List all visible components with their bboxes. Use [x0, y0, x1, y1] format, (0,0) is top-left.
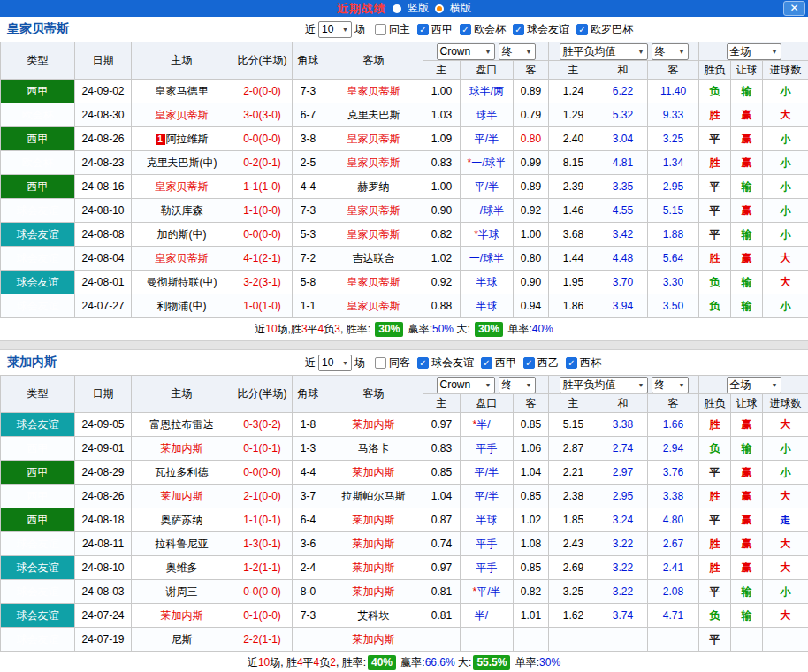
league-filter-checkbox[interactable]: ✓球会友谊: [513, 22, 569, 37]
score: 4-1(2-1): [232, 247, 293, 271]
bookmaker-select[interactable]: Crown▼: [437, 377, 495, 393]
corners: 4-4: [293, 461, 324, 485]
result: 胜: [699, 532, 731, 556]
summary-segment: 3: [334, 323, 340, 335]
home-odds: 1.00: [423, 175, 461, 199]
away-odds: 0.80: [514, 127, 549, 151]
match-count-select-value: 10: [322, 23, 333, 35]
handicap: *半球: [461, 223, 514, 247]
checkbox-icon[interactable]: ✓: [417, 24, 429, 35]
home-odds: 0.83: [423, 151, 461, 175]
home-team: 拉科鲁尼亚: [132, 532, 232, 556]
subcolumn-header: 胜负: [699, 61, 731, 80]
score: 0-0(0-0): [232, 223, 293, 247]
checkbox-icon[interactable]: ✓: [523, 357, 535, 369]
checkbox-icon[interactable]: [375, 357, 386, 369]
league-filter-checkbox[interactable]: ✓欧罗巴杯: [576, 22, 633, 37]
odds-final-select[interactable]: 终▼: [499, 377, 536, 393]
scope-select[interactable]: 全场▼: [727, 377, 781, 393]
checkbox-icon[interactable]: ✓: [513, 24, 524, 35]
checkbox-icon[interactable]: ✓: [417, 357, 429, 369]
avg-home: 2.38: [549, 485, 598, 508]
close-button[interactable]: ✕: [783, 1, 805, 16]
scope-select-value: 全场: [730, 44, 751, 59]
league-type: 欧会杯: [1, 151, 75, 175]
league-type: 西甲: [1, 127, 75, 151]
chevron-down-icon: ▼: [342, 360, 348, 366]
home-odds: 0.97: [423, 556, 461, 580]
avg-group-header: 胜平负均值▼终▼: [549, 376, 699, 394]
checkbox-icon[interactable]: [375, 24, 386, 35]
league-filter-checkbox[interactable]: ✓西甲: [417, 22, 453, 37]
summary-segment: 10: [265, 323, 277, 335]
home-odds: 1.09: [423, 127, 461, 151]
same-venue-checkbox[interactable]: 同主: [375, 22, 410, 37]
match-date: 24-08-30: [75, 103, 132, 127]
checkbox-icon[interactable]: ✓: [481, 357, 492, 369]
match-date: 24-07-24: [75, 604, 132, 628]
layout-vertical-label[interactable]: 竖版: [408, 1, 429, 16]
same-venue-checkbox[interactable]: 同客: [375, 355, 410, 370]
layout-vertical-radio[interactable]: [393, 4, 401, 13]
away-team: 皇家贝蒂斯: [324, 294, 423, 318]
avg-draw: 3.35: [598, 175, 648, 199]
odds-final-select[interactable]: 终▼: [499, 43, 536, 60]
subcolumn-header: 主: [549, 394, 598, 413]
match-row: 球会友谊24-08-03谢周三0-0(0-0)8-0莱加内斯0.81*平/半0.…: [1, 580, 808, 604]
match-row: 球会友谊24-07-19尼斯2-2(1-1)莱加内斯平: [1, 628, 808, 652]
avg-select[interactable]: 胜平负均值▼: [560, 377, 648, 393]
league-filter-checkbox[interactable]: ✓西甲: [481, 355, 516, 370]
col-home: 主场: [132, 376, 232, 413]
match-count-select[interactable]: 10▼: [318, 21, 352, 38]
match-date: 24-08-10: [75, 556, 132, 580]
goals-result: 小: [763, 437, 808, 461]
match-row: 球会友谊24-08-08加的斯(中)0-0(0-0)5-3皇家贝蒂斯0.82*半…: [1, 223, 808, 247]
checkbox-icon[interactable]: ✓: [566, 357, 577, 369]
avg-select[interactable]: 胜平负均值▼: [560, 43, 648, 60]
subcolumn-header: 主: [423, 61, 461, 80]
match-count-select[interactable]: 10▼: [318, 355, 352, 371]
col-corner: 角球: [293, 376, 324, 413]
avg-away: 5.64: [648, 247, 699, 271]
home-team: 曼彻斯特联(中): [132, 271, 232, 294]
record-summary: 近10场, 胜4平4负2, 胜率:40% 赢率:66.6% 大:55.5% 单率…: [0, 652, 808, 672]
avg-home: 3.25: [549, 580, 598, 604]
checkbox-icon[interactable]: ✓: [576, 24, 588, 35]
league-type: 西甲: [1, 461, 75, 485]
league-type: 球会友谊: [1, 556, 75, 580]
scope-select[interactable]: 全场▼: [727, 43, 781, 60]
checkbox-icon[interactable]: ✓: [460, 24, 471, 35]
avg-final-select[interactable]: 终▼: [652, 377, 689, 393]
home-odds: 0.74: [423, 532, 461, 556]
league-filter-checkbox[interactable]: ✓西杯: [566, 355, 601, 370]
league-type: 西甲: [1, 80, 75, 103]
summary-segment: 平: [308, 323, 318, 335]
league-filter-checkbox[interactable]: ✓球会友谊: [417, 355, 474, 370]
subcolumn-header: 让球: [731, 394, 763, 413]
score: 1-1(0-0): [232, 199, 293, 223]
score: 0-1(0-0): [232, 604, 293, 628]
league-type: 球会友谊: [1, 294, 75, 318]
away-odds: 0.82: [514, 580, 549, 604]
chevron-down-icon: ▼: [638, 49, 644, 55]
chevron-down-icon: ▼: [485, 382, 492, 388]
avg-home: 5.15: [549, 413, 598, 437]
goals-result: 小: [763, 80, 808, 103]
avg-draw: 4.81: [598, 151, 648, 175]
score: 2-0(0-0): [232, 80, 293, 103]
avg-final-select[interactable]: 终▼: [652, 43, 689, 60]
layout-horizontal-label[interactable]: 横版: [450, 1, 471, 16]
league-filter-checkbox[interactable]: ✓西乙: [523, 355, 559, 370]
away-odds: 0.85: [514, 485, 549, 508]
filter-bar: 近10▼场同主✓西甲✓欧会杯✓球会友谊✓欧罗巴杯: [302, 17, 633, 42]
handicap-result: 赢: [731, 199, 763, 223]
scope-select-value: 全场: [730, 378, 751, 393]
score: 0-2(0-1): [232, 151, 293, 175]
goals-result: 走: [763, 508, 808, 532]
odds-group-header: Crown▼终▼: [423, 42, 549, 61]
avg-draw: 5.32: [598, 103, 648, 127]
league-filter-checkbox[interactable]: ✓欧会杯: [460, 22, 506, 37]
bookmaker-select[interactable]: Crown▼: [437, 43, 495, 60]
home-odds: 0.81: [423, 580, 461, 604]
layout-horizontal-radio[interactable]: [435, 4, 444, 13]
